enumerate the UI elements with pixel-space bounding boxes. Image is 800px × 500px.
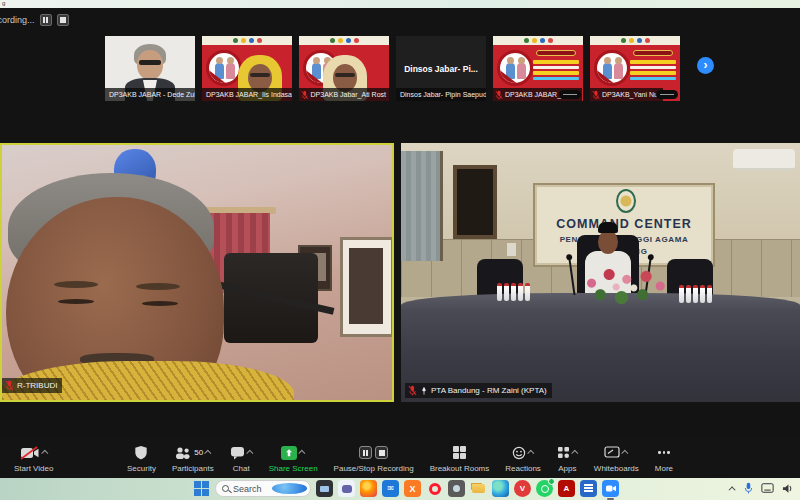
speaker-icon[interactable] xyxy=(782,483,794,494)
muted-mic-icon xyxy=(301,90,309,100)
pause-stop-recording-button[interactable]: Pause/Stop Recording xyxy=(328,444,420,473)
participant-name-text: DP3AKB_Yani Nur xyxy=(602,91,660,98)
teams-chat-icon[interactable] xyxy=(338,480,355,497)
background-window-text: g xyxy=(2,0,5,6)
participant-name-label: DP3AKB JABAR - Dede Zul xyxy=(105,88,195,101)
participant-name-text: DP3AKB Jabar_Ati Rost xyxy=(311,91,386,98)
chevron-up-icon[interactable] xyxy=(622,450,629,457)
participant-thumbnail[interactable]: DP3AKB JABAR - Dede Zul xyxy=(105,36,195,101)
edge-icon[interactable] xyxy=(492,480,509,497)
chevron-up-icon[interactable] xyxy=(571,450,578,457)
thumbnail-extra-badge xyxy=(656,90,678,99)
recording-indicator: Recording... xyxy=(0,14,69,26)
eyebrow xyxy=(54,281,98,288)
participant-name-label: DP3AKB_Yani Nur xyxy=(590,88,663,101)
file-explorer-icon[interactable] xyxy=(316,480,333,497)
mail-icon[interactable]: ✉ xyxy=(382,480,399,497)
participant-name-text: DP3AKB JABAR_Iis Indasari xyxy=(206,91,292,98)
firefox-icon[interactable] xyxy=(360,480,377,497)
whiteboard-icon xyxy=(604,446,620,459)
chevron-up-icon[interactable] xyxy=(527,450,534,457)
recording-control-label: Pause/Stop Recording xyxy=(334,464,414,473)
share-screen-button[interactable]: Share Screen xyxy=(263,444,324,473)
muted-mic-icon xyxy=(5,380,14,391)
chevron-up-icon[interactable] xyxy=(41,450,48,457)
video-name-tag: PTA Bandung - RM Zaini (KPTA) xyxy=(405,383,552,398)
start-video-button[interactable]: Start Video xyxy=(8,444,59,473)
bing-icon xyxy=(272,483,307,494)
participant-display-name: Dinsos Jabar- Pi... xyxy=(404,64,478,74)
participant-name-label: Dinsos Jabar- Pipin Saepudin xyxy=(396,88,486,101)
muted-mic-icon xyxy=(592,90,600,100)
security-button[interactable]: Security xyxy=(121,444,162,473)
video-name-text: PTA Bandung - RM Zaini (KPTA) xyxy=(431,386,547,395)
acrobat-icon[interactable]: A xyxy=(558,480,575,497)
opera-gx-icon[interactable]: V xyxy=(514,480,531,497)
zoom-icon[interactable] xyxy=(602,480,619,497)
participants-icon xyxy=(174,446,191,460)
chevron-up-icon[interactable] xyxy=(204,450,211,457)
air-conditioner xyxy=(733,149,795,171)
stop-recording-icon[interactable] xyxy=(57,14,69,26)
participant-thumbnail[interactable]: DP3AKB JABAR_Hasbi xyxy=(493,36,583,101)
notification-badge xyxy=(548,478,555,485)
microphone-tray-icon[interactable] xyxy=(744,482,753,494)
zoom-meeting-window: Recording... DP3AKB JABAR - Dede Zul xyxy=(0,8,800,478)
poster-logos xyxy=(493,36,583,45)
video-tile-active-speaker[interactable]: R-TRIBUDI xyxy=(0,143,394,402)
start-video-label: Start Video xyxy=(14,464,53,473)
security-label: Security xyxy=(127,464,156,473)
xampp-icon[interactable]: X xyxy=(404,480,421,497)
poster-title-banner xyxy=(633,50,673,56)
background-window-edge: g xyxy=(0,0,800,8)
man-face xyxy=(598,230,618,254)
video-tile-room[interactable]: COMMAND CENTER PENGADILAN TINGGI AGAMA B… xyxy=(401,143,800,402)
chat-bubble-icon xyxy=(230,446,245,460)
closed-eye xyxy=(142,301,178,306)
pause-recording-icon[interactable] xyxy=(40,14,52,26)
poster-no-child-marriage-icon xyxy=(594,50,630,86)
whiteboards-label: Whiteboards xyxy=(594,464,639,473)
participant-name-text: DP3AKB JABAR - Dede Zul xyxy=(109,91,195,98)
hidden-icons-caret[interactable] xyxy=(729,486,736,493)
apps-label: Apps xyxy=(558,464,576,473)
share-screen-label: Share Screen xyxy=(269,464,318,473)
windows-start-icon[interactable] xyxy=(193,480,210,497)
breakout-rooms-button[interactable]: Breakout Rooms xyxy=(424,444,496,473)
reactions-label: Reactions xyxy=(505,464,541,473)
poster-text-lines xyxy=(630,60,676,80)
touch-keyboard-icon[interactable] xyxy=(761,483,774,493)
shield-icon xyxy=(134,445,148,460)
poster-text-lines xyxy=(533,60,579,80)
participant-art xyxy=(139,60,161,65)
stop-icon[interactable] xyxy=(375,446,388,459)
camera-icon[interactable] xyxy=(448,480,465,497)
next-page-arrow[interactable]: › xyxy=(697,57,714,74)
search-input[interactable]: Search xyxy=(215,480,311,497)
right-video-scene: COMMAND CENTER PENGADILAN TINGGI AGAMA B… xyxy=(401,143,800,402)
apps-button[interactable]: Apps xyxy=(551,444,584,473)
water-bottles xyxy=(497,283,530,301)
flower-arrangement xyxy=(581,263,669,311)
taskbar-pinned-apps: Search ✉ X V A xyxy=(193,480,619,497)
participant-thumbnail[interactable]: DP3AKB Jabar_Ati Rost xyxy=(299,36,389,101)
participants-button[interactable]: 50 Participants xyxy=(166,444,220,473)
whatsapp-icon[interactable] xyxy=(536,480,553,497)
folder-icon[interactable] xyxy=(470,480,487,497)
chat-button[interactable]: Chat xyxy=(224,444,259,473)
participants-count: 50 xyxy=(194,448,203,457)
chevron-up-icon[interactable] xyxy=(298,450,305,457)
more-button[interactable]: More xyxy=(649,444,679,473)
sticky-notes-icon[interactable] xyxy=(580,480,597,497)
more-dots-icon xyxy=(658,451,670,454)
poster-logos xyxy=(590,36,680,45)
reactions-button[interactable]: Reactions xyxy=(499,444,547,473)
participant-thumbnail[interactable]: DP3AKB_Yani Nur xyxy=(590,36,680,101)
participant-thumbnail[interactable]: Dinsos Jabar- Pi... Dinsos Jabar- Pipin … xyxy=(396,36,486,101)
video-off-icon xyxy=(20,446,40,460)
pause-icon[interactable] xyxy=(359,446,372,459)
whiteboards-button[interactable]: Whiteboards xyxy=(588,444,645,473)
participant-thumbnail[interactable]: DP3AKB JABAR_Iis Indasari xyxy=(202,36,292,101)
chevron-up-icon[interactable] xyxy=(246,450,253,457)
opera-icon[interactable] xyxy=(426,480,443,497)
